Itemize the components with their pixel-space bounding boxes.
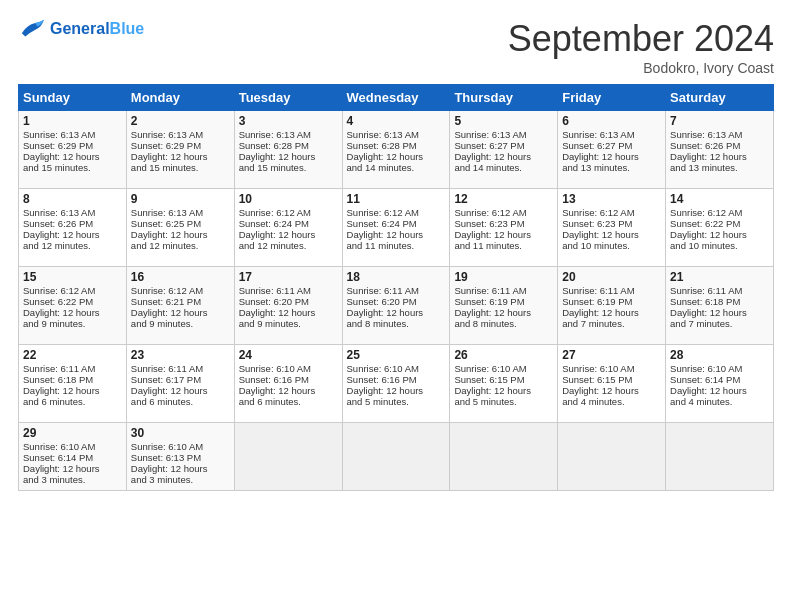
cell-line: and 4 minutes. <box>670 396 769 407</box>
cell-line: Sunrise: 6:11 AM <box>347 285 446 296</box>
cell-line: Sunset: 6:18 PM <box>670 296 769 307</box>
calendar-cell: 29Sunrise: 6:10 AMSunset: 6:14 PMDayligh… <box>19 423 127 491</box>
day-number: 12 <box>454 192 553 206</box>
cell-line: Sunset: 6:18 PM <box>23 374 122 385</box>
cell-line: Sunrise: 6:11 AM <box>670 285 769 296</box>
cell-line: Sunset: 6:28 PM <box>347 140 446 151</box>
cell-line: Sunrise: 6:10 AM <box>670 363 769 374</box>
calendar-cell: 17Sunrise: 6:11 AMSunset: 6:20 PMDayligh… <box>234 267 342 345</box>
cell-line: Sunset: 6:15 PM <box>562 374 661 385</box>
cell-line: and 4 minutes. <box>562 396 661 407</box>
cell-line: Daylight: 12 hours <box>239 307 338 318</box>
cell-line: Sunset: 6:14 PM <box>23 452 122 463</box>
cell-line: Daylight: 12 hours <box>131 151 230 162</box>
calendar-cell <box>450 423 558 491</box>
cell-line: Daylight: 12 hours <box>347 151 446 162</box>
calendar-cell: 14Sunrise: 6:12 AMSunset: 6:22 PMDayligh… <box>666 189 774 267</box>
calendar-cell: 16Sunrise: 6:12 AMSunset: 6:21 PMDayligh… <box>126 267 234 345</box>
day-number: 1 <box>23 114 122 128</box>
cell-line: Sunrise: 6:12 AM <box>347 207 446 218</box>
cell-line: Sunrise: 6:11 AM <box>131 363 230 374</box>
calendar-cell: 2Sunrise: 6:13 AMSunset: 6:29 PMDaylight… <box>126 111 234 189</box>
cell-line: Sunrise: 6:13 AM <box>562 129 661 140</box>
cell-line: and 7 minutes. <box>670 318 769 329</box>
day-number: 23 <box>131 348 230 362</box>
cell-line: Sunrise: 6:10 AM <box>562 363 661 374</box>
calendar-header-row: SundayMondayTuesdayWednesdayThursdayFrid… <box>19 85 774 111</box>
cell-line: Sunset: 6:16 PM <box>239 374 338 385</box>
day-number: 17 <box>239 270 338 284</box>
cell-line: and 3 minutes. <box>131 474 230 485</box>
cell-line: Daylight: 12 hours <box>239 229 338 240</box>
calendar-cell: 22Sunrise: 6:11 AMSunset: 6:18 PMDayligh… <box>19 345 127 423</box>
day-number: 10 <box>239 192 338 206</box>
day-number: 24 <box>239 348 338 362</box>
calendar-cell <box>558 423 666 491</box>
day-number: 15 <box>23 270 122 284</box>
cell-line: Sunset: 6:27 PM <box>454 140 553 151</box>
calendar-cell: 26Sunrise: 6:10 AMSunset: 6:15 PMDayligh… <box>450 345 558 423</box>
calendar-cell: 24Sunrise: 6:10 AMSunset: 6:16 PMDayligh… <box>234 345 342 423</box>
calendar-cell: 12Sunrise: 6:12 AMSunset: 6:23 PMDayligh… <box>450 189 558 267</box>
cell-line: Sunset: 6:28 PM <box>239 140 338 151</box>
day-number: 21 <box>670 270 769 284</box>
cell-line: Sunset: 6:22 PM <box>670 218 769 229</box>
day-number: 16 <box>131 270 230 284</box>
cell-line: Sunset: 6:26 PM <box>670 140 769 151</box>
cell-line: Sunrise: 6:13 AM <box>347 129 446 140</box>
day-number: 27 <box>562 348 661 362</box>
cell-line: and 13 minutes. <box>670 162 769 173</box>
cell-line: Daylight: 12 hours <box>131 385 230 396</box>
cell-line: and 12 minutes. <box>239 240 338 251</box>
day-number: 25 <box>347 348 446 362</box>
cell-line: and 13 minutes. <box>562 162 661 173</box>
cell-line: Daylight: 12 hours <box>670 307 769 318</box>
calendar-cell: 11Sunrise: 6:12 AMSunset: 6:24 PMDayligh… <box>342 189 450 267</box>
cell-line: Daylight: 12 hours <box>454 385 553 396</box>
day-number: 9 <box>131 192 230 206</box>
cell-line: and 10 minutes. <box>670 240 769 251</box>
calendar-week-row: 8Sunrise: 6:13 AMSunset: 6:26 PMDaylight… <box>19 189 774 267</box>
cell-line: Sunrise: 6:12 AM <box>562 207 661 218</box>
cell-line: Sunset: 6:24 PM <box>347 218 446 229</box>
month-title: September 2024 <box>508 18 774 60</box>
cell-line: Daylight: 12 hours <box>23 229 122 240</box>
calendar-cell: 1Sunrise: 6:13 AMSunset: 6:29 PMDaylight… <box>19 111 127 189</box>
cell-line: Daylight: 12 hours <box>454 229 553 240</box>
cell-line: and 15 minutes. <box>239 162 338 173</box>
cell-line: and 14 minutes. <box>454 162 553 173</box>
day-number: 30 <box>131 426 230 440</box>
cell-line: Sunrise: 6:12 AM <box>454 207 553 218</box>
cell-line: Sunrise: 6:10 AM <box>454 363 553 374</box>
cell-line: Sunset: 6:20 PM <box>347 296 446 307</box>
calendar-cell: 18Sunrise: 6:11 AMSunset: 6:20 PMDayligh… <box>342 267 450 345</box>
cell-line: Sunset: 6:20 PM <box>239 296 338 307</box>
cell-line: Sunrise: 6:10 AM <box>239 363 338 374</box>
col-header-sunday: Sunday <box>19 85 127 111</box>
cell-line: Sunrise: 6:12 AM <box>670 207 769 218</box>
cell-line: Sunset: 6:29 PM <box>131 140 230 151</box>
title-block: September 2024 Bodokro, Ivory Coast <box>508 18 774 76</box>
cell-line: Sunset: 6:23 PM <box>562 218 661 229</box>
calendar-cell: 20Sunrise: 6:11 AMSunset: 6:19 PMDayligh… <box>558 267 666 345</box>
col-header-wednesday: Wednesday <box>342 85 450 111</box>
day-number: 20 <box>562 270 661 284</box>
calendar-cell: 5Sunrise: 6:13 AMSunset: 6:27 PMDaylight… <box>450 111 558 189</box>
cell-line: Sunrise: 6:13 AM <box>23 207 122 218</box>
day-number: 28 <box>670 348 769 362</box>
cell-line: Daylight: 12 hours <box>562 229 661 240</box>
cell-line: Daylight: 12 hours <box>562 151 661 162</box>
day-number: 13 <box>562 192 661 206</box>
cell-line: Daylight: 12 hours <box>23 463 122 474</box>
cell-line: Daylight: 12 hours <box>131 307 230 318</box>
calendar-cell <box>342 423 450 491</box>
calendar-cell: 28Sunrise: 6:10 AMSunset: 6:14 PMDayligh… <box>666 345 774 423</box>
calendar-cell: 27Sunrise: 6:10 AMSunset: 6:15 PMDayligh… <box>558 345 666 423</box>
col-header-friday: Friday <box>558 85 666 111</box>
cell-line: Sunrise: 6:13 AM <box>23 129 122 140</box>
cell-line: Sunset: 6:22 PM <box>23 296 122 307</box>
calendar-cell: 8Sunrise: 6:13 AMSunset: 6:26 PMDaylight… <box>19 189 127 267</box>
cell-line: and 15 minutes. <box>23 162 122 173</box>
cell-line: and 7 minutes. <box>562 318 661 329</box>
calendar-cell: 30Sunrise: 6:10 AMSunset: 6:13 PMDayligh… <box>126 423 234 491</box>
